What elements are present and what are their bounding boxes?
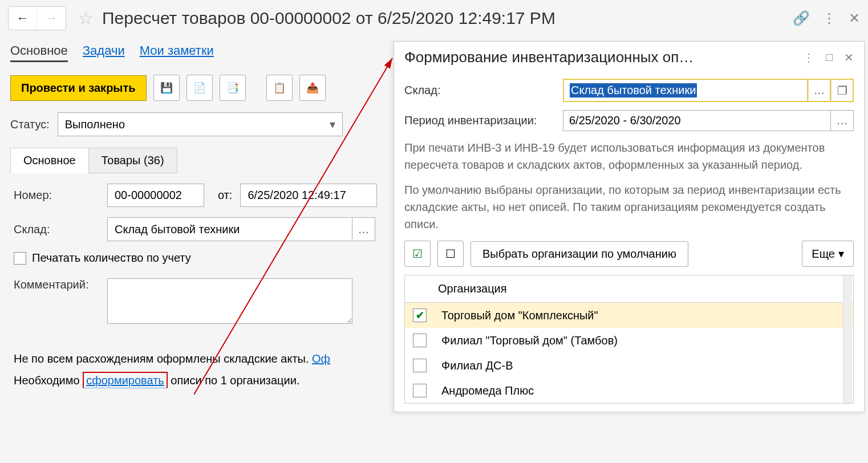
dialog-wh-open[interactable]: ❐ — [831, 79, 854, 102]
notice-line1: Не по всем расхождениям оформлены складс… — [14, 352, 312, 365]
scrollbar[interactable] — [843, 275, 852, 403]
from-label: от: — [218, 189, 232, 202]
number-label: Номер: — [14, 189, 99, 202]
kebab-icon[interactable]: ⋮ — [822, 10, 836, 26]
tab-form-goods[interactable]: Товары (36) — [88, 148, 177, 173]
org-name: Торговый дом "Комплексный" — [441, 309, 598, 322]
org-checkbox[interactable] — [413, 308, 427, 322]
dialog-wh-value: Склад бытовой техники — [570, 83, 697, 98]
dialog-wh-lookup[interactable]: … — [808, 79, 831, 102]
dialog-wh-label: Склад: — [404, 84, 563, 97]
status-label: Статус: — [10, 118, 50, 131]
dialog-info1: При печати ИНВ-3 и ИНВ-19 будет использо… — [404, 139, 854, 173]
back-button[interactable]: ← — [9, 7, 37, 30]
dialog-period-value: 6/25/2020 - 6/30/2020 — [569, 114, 681, 127]
number-field[interactable] — [107, 184, 204, 207]
notice-line2a: Необходимо — [14, 374, 83, 387]
dialog-maximize-icon[interactable]: □ — [826, 51, 833, 64]
org-name: Андромеда Плюс — [441, 384, 534, 397]
date-field[interactable] — [240, 184, 377, 207]
dialog-period-label: Период инвентаризации: — [404, 114, 563, 127]
tab-tasks[interactable]: Задачи — [83, 41, 125, 62]
warehouse-field[interactable] — [107, 217, 352, 241]
org-checkbox[interactable] — [413, 384, 427, 397]
organizations-table: Организация Торговый дом "Комплексный"Фи… — [404, 275, 854, 404]
print-qty-label: Печатать количество по учету — [32, 251, 191, 265]
movements-icon[interactable]: 📑 — [220, 75, 246, 101]
chevron-down-icon: ▾ — [838, 247, 844, 261]
forward-button[interactable]: → — [37, 7, 66, 30]
nav-buttons: ← → — [8, 6, 66, 30]
warehouse-label: Склад: — [14, 223, 99, 236]
notice-line2b: описи по 1 организации. — [168, 374, 300, 387]
star-icon[interactable]: ☆ — [78, 7, 94, 29]
org-checkbox[interactable] — [413, 359, 427, 372]
select-default-button[interactable]: Выбрать организации по умолчанию — [470, 241, 688, 267]
comment-label: Комментарий: — [14, 278, 99, 291]
dialog-period-lookup[interactable]: … — [831, 110, 854, 131]
org-checkbox[interactable] — [413, 334, 427, 347]
dialog-period-field[interactable]: 6/25/2020 - 6/30/2020 — [563, 110, 831, 131]
page-title: Пересчет товаров 00-00000002 от 6/25/202… — [102, 9, 555, 28]
org-row[interactable]: Филиал ДС-В — [405, 353, 853, 378]
export-icon[interactable]: 📤 — [299, 75, 326, 101]
org-header: Организация — [438, 282, 507, 295]
dialog-warehouse-field[interactable]: Склад бытовой техники — [563, 79, 808, 102]
org-row[interactable]: Филиал "Торговый дом" (Тамбов) — [405, 328, 853, 353]
chevron-down-icon: ▾ — [330, 117, 335, 131]
tab-notes[interactable]: Мои заметки — [140, 41, 214, 62]
comment-field[interactable] — [107, 278, 352, 324]
post-and-close-button[interactable]: Провести и закрыть — [10, 75, 147, 101]
post-icon[interactable]: 📄 — [186, 75, 213, 101]
more-button[interactable]: Еще ▾ — [802, 241, 854, 267]
status-select[interactable]: Выполнено ▾ — [58, 112, 343, 136]
inventory-dialog: Формирование инвентаризационных оп… ⋮ □ … — [394, 41, 865, 412]
report-icon[interactable]: 📋 — [266, 75, 293, 101]
print-qty-checkbox[interactable] — [14, 252, 26, 265]
check-all-button[interactable]: ☑ — [404, 241, 431, 267]
tab-main[interactable]: Основное — [10, 41, 68, 62]
notice-link1[interactable]: Оф — [312, 352, 330, 365]
org-name: Филиал "Торговый дом" (Тамбов) — [441, 334, 618, 347]
dialog-info2: По умолчанию выбраны организации, по кот… — [404, 181, 854, 233]
generate-link[interactable]: сформировать — [83, 372, 168, 388]
save-icon[interactable]: 💾 — [153, 75, 180, 101]
org-row[interactable]: Андромеда Плюс — [405, 378, 853, 403]
dialog-menu-icon[interactable]: ⋮ — [803, 51, 814, 64]
uncheck-all-button[interactable]: ☐ — [437, 241, 464, 267]
warehouse-lookup-button[interactable]: … — [352, 217, 375, 241]
tab-form-main[interactable]: Основное — [10, 148, 89, 173]
org-name: Филиал ДС-В — [441, 359, 513, 372]
close-icon[interactable]: ✕ — [849, 10, 860, 26]
status-value: Выполнено — [65, 118, 125, 131]
link-icon[interactable]: 🔗 — [793, 10, 810, 26]
dialog-close-icon[interactable]: ✕ — [844, 51, 854, 64]
org-row[interactable]: Торговый дом "Комплексный" — [405, 303, 853, 328]
dialog-title: Формирование инвентаризационных оп… — [404, 48, 792, 66]
